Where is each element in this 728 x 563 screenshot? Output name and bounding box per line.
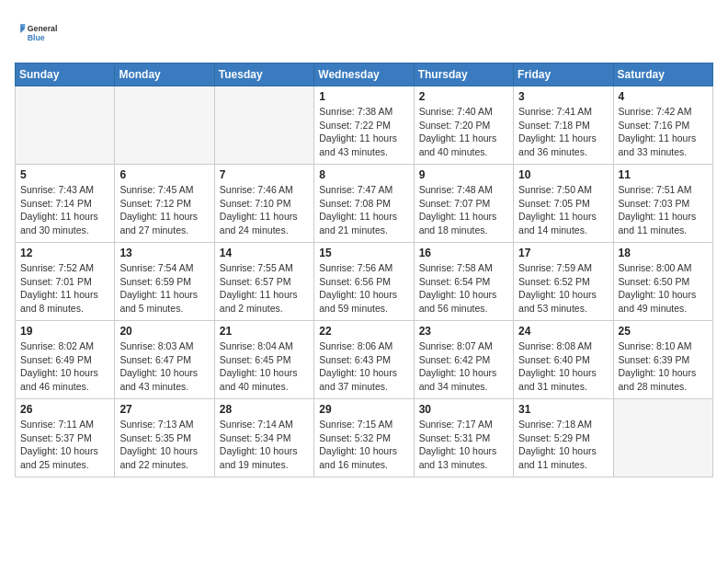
calendar-cell: 22Sunrise: 8:06 AMSunset: 6:43 PMDayligh… <box>314 321 414 399</box>
calendar-cell: 15Sunrise: 7:56 AMSunset: 6:56 PMDayligh… <box>314 243 414 321</box>
calendar-cell <box>214 86 313 165</box>
calendar-cell: 14Sunrise: 7:55 AMSunset: 6:57 PMDayligh… <box>214 243 313 321</box>
col-header-wednesday: Wednesday <box>314 63 414 86</box>
col-header-friday: Friday <box>514 63 613 86</box>
day-number: 22 <box>319 325 408 338</box>
calendar-cell: 5Sunrise: 7:43 AMSunset: 7:14 PMDaylight… <box>16 165 115 243</box>
day-info: Sunrise: 7:41 AMSunset: 7:18 PMDaylight:… <box>518 105 608 159</box>
day-number: 10 <box>518 168 608 181</box>
day-info: Sunrise: 7:14 AMSunset: 5:34 PMDaylight:… <box>220 418 309 472</box>
calendar-cell: 13Sunrise: 7:54 AMSunset: 6:59 PMDayligh… <box>115 243 214 321</box>
day-info: Sunrise: 8:06 AMSunset: 6:43 PMDaylight:… <box>319 339 408 394</box>
calendar-cell: 31Sunrise: 7:18 AMSunset: 5:29 PMDayligh… <box>514 399 613 477</box>
calendar-cell: 3Sunrise: 7:41 AMSunset: 7:18 PMDaylight… <box>514 86 613 165</box>
calendar-cell: 8Sunrise: 7:47 AMSunset: 7:08 PMDaylight… <box>314 165 414 243</box>
calendar-cell: 18Sunrise: 8:00 AMSunset: 6:50 PMDayligh… <box>613 243 712 321</box>
day-number: 27 <box>119 403 209 416</box>
calendar-cell <box>613 399 712 477</box>
calendar-cell <box>115 86 214 165</box>
calendar-cell <box>16 86 115 165</box>
day-number: 24 <box>518 325 608 338</box>
week-row-1: 1Sunrise: 7:38 AMSunset: 7:22 PMDaylight… <box>16 86 713 165</box>
day-info: Sunrise: 7:13 AMSunset: 5:35 PMDaylight:… <box>119 418 209 472</box>
day-number: 29 <box>319 403 408 416</box>
svg-text:General: General <box>28 24 58 33</box>
day-info: Sunrise: 7:40 AMSunset: 7:20 PMDaylight:… <box>419 105 508 159</box>
logo-svg: General Blue <box>15 15 61 52</box>
day-number: 17 <box>518 247 608 259</box>
calendar-cell: 6Sunrise: 7:45 AMSunset: 7:12 PMDaylight… <box>115 165 214 243</box>
day-info: Sunrise: 8:07 AMSunset: 6:42 PMDaylight:… <box>419 339 508 394</box>
week-row-5: 26Sunrise: 7:11 AMSunset: 5:37 PMDayligh… <box>16 399 713 477</box>
day-info: Sunrise: 7:47 AMSunset: 7:08 PMDaylight:… <box>319 183 408 237</box>
day-info: Sunrise: 7:59 AMSunset: 6:52 PMDaylight:… <box>518 261 608 316</box>
calendar-cell: 10Sunrise: 7:50 AMSunset: 7:05 PMDayligh… <box>514 165 613 243</box>
calendar-cell: 2Sunrise: 7:40 AMSunset: 7:20 PMDaylight… <box>414 86 513 165</box>
day-info: Sunrise: 7:15 AMSunset: 5:32 PMDaylight:… <box>319 418 408 472</box>
day-info: Sunrise: 7:54 AMSunset: 6:59 PMDaylight:… <box>119 261 209 316</box>
day-number: 16 <box>419 247 508 259</box>
calendar-cell: 19Sunrise: 8:02 AMSunset: 6:49 PMDayligh… <box>16 321 115 399</box>
day-info: Sunrise: 8:00 AMSunset: 6:50 PMDaylight:… <box>619 261 708 316</box>
day-number: 26 <box>20 403 109 416</box>
day-number: 21 <box>220 325 309 338</box>
day-number: 2 <box>419 90 508 103</box>
day-info: Sunrise: 7:45 AMSunset: 7:12 PMDaylight:… <box>119 183 209 237</box>
day-info: Sunrise: 7:42 AMSunset: 7:16 PMDaylight:… <box>619 105 708 159</box>
calendar-cell: 11Sunrise: 7:51 AMSunset: 7:03 PMDayligh… <box>613 165 712 243</box>
day-info: Sunrise: 7:58 AMSunset: 6:54 PMDaylight:… <box>419 261 508 316</box>
day-info: Sunrise: 7:55 AMSunset: 6:57 PMDaylight:… <box>220 261 309 316</box>
calendar-cell: 4Sunrise: 7:42 AMSunset: 7:16 PMDaylight… <box>613 86 712 165</box>
calendar-cell: 1Sunrise: 7:38 AMSunset: 7:22 PMDaylight… <box>314 86 414 165</box>
col-header-monday: Monday <box>115 63 214 86</box>
day-info: Sunrise: 7:52 AMSunset: 7:01 PMDaylight:… <box>20 261 109 316</box>
calendar-cell: 20Sunrise: 8:03 AMSunset: 6:47 PMDayligh… <box>115 321 214 399</box>
day-info: Sunrise: 7:48 AMSunset: 7:07 PMDaylight:… <box>419 183 508 237</box>
day-number: 15 <box>319 247 408 259</box>
day-number: 25 <box>619 325 708 338</box>
week-row-3: 12Sunrise: 7:52 AMSunset: 7:01 PMDayligh… <box>16 243 713 321</box>
day-info: Sunrise: 7:46 AMSunset: 7:10 PMDaylight:… <box>220 183 309 237</box>
day-number: 5 <box>20 168 109 181</box>
col-header-saturday: Saturday <box>613 63 712 86</box>
calendar-cell: 12Sunrise: 7:52 AMSunset: 7:01 PMDayligh… <box>16 243 115 321</box>
calendar-cell: 17Sunrise: 7:59 AMSunset: 6:52 PMDayligh… <box>514 243 613 321</box>
logo: General Blue <box>15 15 61 52</box>
day-info: Sunrise: 7:18 AMSunset: 5:29 PMDaylight:… <box>518 418 608 472</box>
day-number: 23 <box>419 325 508 338</box>
day-number: 1 <box>319 90 408 103</box>
calendar-cell: 16Sunrise: 7:58 AMSunset: 6:54 PMDayligh… <box>414 243 513 321</box>
calendar-cell: 7Sunrise: 7:46 AMSunset: 7:10 PMDaylight… <box>214 165 313 243</box>
day-number: 9 <box>419 168 508 181</box>
calendar-table: SundayMondayTuesdayWednesdayThursdayFrid… <box>15 63 713 477</box>
day-number: 19 <box>20 325 109 338</box>
day-info: Sunrise: 8:02 AMSunset: 6:49 PMDaylight:… <box>20 339 109 394</box>
day-number: 12 <box>20 247 109 259</box>
page-header: General Blue <box>15 15 713 52</box>
calendar-cell: 28Sunrise: 7:14 AMSunset: 5:34 PMDayligh… <box>214 399 313 477</box>
calendar-cell: 29Sunrise: 7:15 AMSunset: 5:32 PMDayligh… <box>314 399 414 477</box>
day-info: Sunrise: 7:51 AMSunset: 7:03 PMDaylight:… <box>619 183 708 237</box>
day-info: Sunrise: 8:03 AMSunset: 6:47 PMDaylight:… <box>119 339 209 394</box>
day-number: 11 <box>619 168 708 181</box>
day-info: Sunrise: 8:04 AMSunset: 6:45 PMDaylight:… <box>220 339 309 394</box>
col-header-thursday: Thursday <box>414 63 513 86</box>
day-number: 6 <box>119 168 209 181</box>
calendar-cell: 30Sunrise: 7:17 AMSunset: 5:31 PMDayligh… <box>414 399 513 477</box>
day-info: Sunrise: 7:38 AMSunset: 7:22 PMDaylight:… <box>319 105 408 159</box>
day-number: 20 <box>119 325 209 338</box>
day-number: 8 <box>319 168 408 181</box>
day-info: Sunrise: 8:10 AMSunset: 6:39 PMDaylight:… <box>619 339 708 394</box>
week-row-2: 5Sunrise: 7:43 AMSunset: 7:14 PMDaylight… <box>16 165 713 243</box>
svg-text:Blue: Blue <box>28 33 45 42</box>
calendar-cell: 24Sunrise: 8:08 AMSunset: 6:40 PMDayligh… <box>514 321 613 399</box>
day-number: 13 <box>119 247 209 259</box>
day-info: Sunrise: 7:56 AMSunset: 6:56 PMDaylight:… <box>319 261 408 316</box>
day-number: 14 <box>220 247 309 259</box>
week-row-4: 19Sunrise: 8:02 AMSunset: 6:49 PMDayligh… <box>16 321 713 399</box>
calendar-cell: 21Sunrise: 8:04 AMSunset: 6:45 PMDayligh… <box>214 321 313 399</box>
day-number: 18 <box>619 247 708 259</box>
day-number: 7 <box>220 168 309 181</box>
day-number: 31 <box>518 403 608 416</box>
calendar-cell: 23Sunrise: 8:07 AMSunset: 6:42 PMDayligh… <box>414 321 513 399</box>
